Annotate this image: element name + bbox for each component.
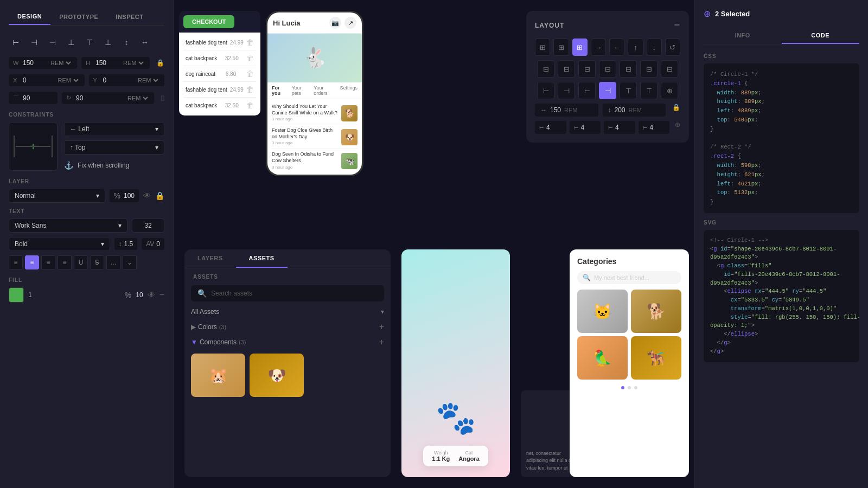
- align-middle-icon[interactable]: ⊥: [64, 35, 78, 49]
- angle-field[interactable]: ⌒ 90: [9, 92, 58, 104]
- x-field[interactable]: X 0 REM: [9, 74, 85, 86]
- phone-nav-settings[interactable]: Settings: [340, 85, 358, 96]
- right-tab-code[interactable]: CODE: [782, 28, 860, 44]
- width-unit-select[interactable]: REMPX: [48, 59, 73, 67]
- text-align-justify-btn[interactable]: ≡: [58, 255, 72, 269]
- align-right-icon[interactable]: ⊣: [46, 35, 60, 49]
- bigdog-category-item[interactable]: 🐕‍🦺: [631, 336, 681, 380]
- y-field[interactable]: Y 0 REM: [89, 74, 165, 86]
- padding-bottom[interactable]: ⊢ 4: [639, 121, 670, 134]
- layout-grid-4[interactable]: ⊟: [599, 60, 616, 78]
- delete-icon-4[interactable]: 🗑: [246, 85, 254, 94]
- layout-align-1[interactable]: ⊞: [535, 38, 550, 56]
- tab-prototype[interactable]: PROTOTYPE: [50, 9, 107, 25]
- font-style-select[interactable]: Bold ▾: [9, 237, 110, 251]
- colors-add-icon[interactable]: +: [379, 322, 384, 332]
- cat-category-item[interactable]: 🐱: [577, 290, 628, 333]
- components-collapse-icon[interactable]: ▼: [191, 338, 197, 346]
- layout-sp-1[interactable]: ⊢: [537, 82, 554, 99]
- text-align-right-btn[interactable]: ≡: [41, 255, 55, 269]
- tab-design[interactable]: DESIGN: [9, 9, 50, 25]
- filter-chevron-icon[interactable]: ▾: [381, 308, 384, 316]
- delete-icon-3[interactable]: 🗑: [246, 69, 254, 78]
- distribute-h-icon[interactable]: ↔: [138, 35, 152, 49]
- layout-grid-6[interactable]: ⊟: [640, 60, 658, 78]
- text-underline-btn[interactable]: U: [74, 255, 88, 269]
- asset-hamster[interactable]: 🐹: [191, 354, 245, 397]
- align-left-icon[interactable]: ⊢: [9, 35, 23, 49]
- rotate-field[interactable]: ↻ 90 REM: [62, 92, 154, 104]
- layout-copy-icon[interactable]: ⊕: [661, 82, 678, 99]
- tab-inspect[interactable]: INSPECT: [107, 9, 152, 25]
- layout-grid-1[interactable]: ⊟: [537, 60, 554, 78]
- layout-sp-4[interactable]: ⊣: [599, 82, 616, 99]
- align-bottom-icon[interactable]: ⊥: [101, 35, 115, 49]
- layout-sp-3[interactable]: ⊢: [578, 82, 596, 99]
- padding-lock-icon[interactable]: ⊕: [675, 121, 680, 134]
- text-strikethrough-btn[interactable]: S̶: [90, 255, 104, 269]
- y-unit-select[interactable]: REM: [136, 76, 160, 84]
- corner-radius-icon[interactable]: ⌷: [161, 94, 164, 102]
- layout-sp-5[interactable]: ⊤: [620, 82, 637, 99]
- horizontal-constraint-select[interactable]: ← Left ▾: [64, 122, 164, 136]
- visibility-icon[interactable]: 👁: [143, 191, 151, 200]
- layout-height-field[interactable]: ↕ 200 REM: [603, 104, 666, 117]
- components-add-icon[interactable]: +: [379, 337, 384, 347]
- phone-nav-pets[interactable]: Your pets: [292, 85, 310, 96]
- font-family-select[interactable]: Work Sans ▾: [9, 219, 127, 233]
- layer-lock-icon[interactable]: 🔒: [155, 191, 164, 200]
- padding-top[interactable]: ⊢ 4: [604, 121, 635, 134]
- checkout-button[interactable]: CHECKOUT: [183, 15, 234, 28]
- text-align-left-btn[interactable]: ≡: [9, 255, 23, 269]
- vertical-constraint-select[interactable]: ↑ Top ▾: [64, 140, 164, 155]
- layout-refresh[interactable]: ↺: [665, 38, 680, 56]
- layout-arrow-up[interactable]: ↑: [628, 38, 643, 56]
- fill-color-swatch[interactable]: [9, 287, 24, 303]
- phone-nav-foryou[interactable]: For you: [272, 85, 288, 96]
- lock-icon[interactable]: 🔒: [156, 59, 164, 67]
- x-unit-select[interactable]: REM: [56, 76, 80, 84]
- dog-category-item[interactable]: 🐕: [631, 290, 681, 333]
- distribute-v-icon[interactable]: ↕: [119, 35, 133, 49]
- tab-assets[interactable]: ASSETS: [236, 249, 288, 268]
- tab-layers[interactable]: LAYERS: [184, 249, 236, 268]
- layout-grid-2[interactable]: ⊟: [558, 60, 575, 78]
- layout-arrow-right[interactable]: →: [591, 38, 606, 56]
- bird-category-item[interactable]: 🦜: [577, 336, 628, 380]
- text-more-btn[interactable]: ⌄: [123, 255, 137, 269]
- layout-grid-5[interactable]: ⊟: [620, 60, 637, 78]
- rotate-unit-select[interactable]: REM: [125, 94, 150, 102]
- layout-grid-7[interactable]: ⊟: [661, 60, 678, 78]
- fix-scrolling-label[interactable]: Fix when scrolling: [78, 162, 129, 169]
- font-size-field[interactable]: 32: [132, 219, 164, 233]
- layout-sp-2[interactable]: ⊣: [558, 82, 575, 99]
- layout-minimize-icon[interactable]: −: [674, 20, 680, 31]
- text-overflow-btn[interactable]: …: [106, 255, 120, 269]
- asset-dog[interactable]: 🐶: [250, 354, 304, 397]
- layout-align-2[interactable]: ⊞: [553, 38, 569, 56]
- layout-arrow-left[interactable]: ←: [609, 38, 624, 56]
- delete-icon-1[interactable]: 🗑: [246, 38, 254, 47]
- blend-mode-select[interactable]: Normal ▾: [9, 189, 105, 203]
- width-field[interactable]: W 150 REMPX: [9, 57, 77, 69]
- delete-icon-5[interactable]: 🗑: [246, 101, 254, 110]
- fill-visibility-icon[interactable]: 👁: [148, 291, 155, 299]
- search-bar[interactable]: 🔍 Search assets: [191, 285, 384, 301]
- fill-remove-icon[interactable]: −: [159, 290, 164, 300]
- layout-grid-3[interactable]: ⊟: [578, 60, 596, 78]
- colors-collapse-icon[interactable]: ▶: [191, 323, 196, 331]
- layout-width-field[interactable]: ↔ 150 REM: [535, 104, 598, 117]
- padding-right[interactable]: ⊢ 4: [570, 121, 601, 134]
- right-tab-info[interactable]: INFO: [704, 28, 782, 44]
- layout-sp-6[interactable]: ⊤: [640, 82, 658, 99]
- text-align-center-btn[interactable]: ≡: [25, 255, 39, 269]
- layout-lock-icon[interactable]: 🔒: [672, 104, 680, 117]
- padding-left[interactable]: ⊢ 4: [535, 121, 566, 134]
- delete-icon-2[interactable]: 🗑: [246, 54, 254, 62]
- align-top-icon[interactable]: ⊤: [82, 35, 97, 49]
- height-unit-select[interactable]: REMPX: [121, 59, 145, 67]
- align-center-h-icon[interactable]: ⊣: [27, 35, 41, 49]
- phone-nav-orders[interactable]: Your orders: [314, 85, 335, 96]
- layout-align-3[interactable]: ⊞: [572, 38, 588, 56]
- height-field[interactable]: H 150 REMPX: [81, 57, 150, 69]
